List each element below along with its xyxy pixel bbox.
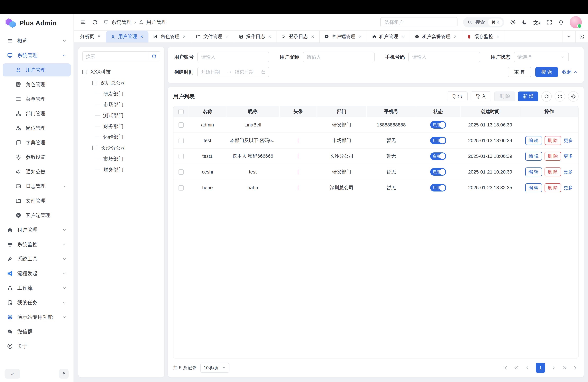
add-button[interactable]: 新 增 — [518, 91, 538, 101]
sidebar-item[interactable]: 概览 — [3, 34, 71, 47]
prev-page-icon[interactable] — [525, 365, 530, 371]
row-checkbox[interactable] — [179, 154, 184, 159]
tab[interactable]: 操作日志 — [234, 31, 277, 42]
tab[interactable]: 登录日志 — [277, 31, 320, 42]
tree-node-leaf[interactable]: 财务部门 — [95, 121, 160, 132]
tenant-select-input[interactable] — [380, 17, 458, 27]
tree-node-leaf[interactable]: 市场部门 — [95, 99, 160, 110]
dark-mode-moon-icon[interactable] — [522, 19, 528, 25]
export-button[interactable]: 导 出 — [447, 91, 468, 101]
sidebar-pin-button[interactable] — [59, 369, 69, 379]
sidebar-item[interactable]: 关于 — [3, 340, 71, 353]
tab-close-icon[interactable] — [225, 35, 229, 39]
collapse-box-icon[interactable] — [92, 146, 97, 150]
tab-close-icon[interactable] — [453, 35, 457, 39]
tab[interactable]: redis 缓存监控 — [462, 31, 505, 42]
row-checkbox[interactable] — [179, 122, 184, 127]
sidebar-item[interactable]: DEV 日志管理 — [3, 180, 71, 193]
sidebar-item[interactable]: 微信群 — [3, 325, 71, 338]
sidebar-item[interactable]: 流程发起 — [3, 267, 71, 280]
current-page[interactable]: 1 — [536, 363, 545, 373]
edit-button[interactable]: 编 辑 — [525, 183, 542, 192]
language-translate-icon[interactable]: 文A — [533, 19, 541, 26]
edit-button[interactable]: 编 辑 — [525, 152, 542, 161]
breadcrumb-item[interactable]: 用户管理 — [146, 19, 167, 26]
more-button[interactable]: 更多 — [564, 169, 573, 175]
tree-node-leaf[interactable]: 财务部门 — [95, 164, 160, 175]
tab[interactable]: 文件管理 — [191, 31, 234, 42]
sidebar-item[interactable]: 通知公告 — [3, 165, 71, 178]
sidebar-item[interactable]: 部门管理 — [3, 107, 71, 120]
sidebar-item[interactable]: 参数设置 — [3, 151, 71, 164]
tab-close-icon[interactable] — [140, 35, 144, 39]
tab-close-icon[interactable] — [182, 35, 186, 39]
row-delete-button[interactable]: 删 除 — [545, 183, 561, 192]
more-button[interactable]: 更多 — [564, 185, 573, 191]
tree-node-branch[interactable]: 长沙分公司 — [92, 143, 160, 154]
tree-search-input[interactable] — [83, 52, 148, 61]
sidebar-item[interactable]: 演示站专用功能 — [3, 311, 71, 324]
delete-button[interactable]: 删 除 — [494, 91, 515, 101]
status-toggle[interactable]: 启用 — [430, 152, 446, 160]
tab[interactable]: 用户管理 — [106, 31, 148, 42]
sidebar-item[interactable]: 菜单管理 — [3, 92, 71, 106]
fullscreen-icon[interactable] — [546, 19, 552, 25]
tree-node-leaf[interactable]: 测试部门 — [95, 110, 160, 121]
collapse-box-icon[interactable] — [92, 81, 97, 85]
row-checkbox[interactable] — [179, 138, 184, 143]
tab[interactable]: 角色管理 — [148, 31, 191, 42]
global-search[interactable]: 搜索 ⌘ K — [463, 17, 504, 27]
tree-node-leaf[interactable]: 研发部门 — [95, 88, 160, 99]
tree-refresh-icon[interactable] — [148, 52, 160, 61]
next-jump-icon[interactable] — [562, 365, 567, 371]
status-toggle[interactable]: 启用 — [430, 121, 446, 128]
status-toggle[interactable]: 启用 — [430, 184, 446, 191]
sidebar-item[interactable]: 系统工具 — [3, 253, 71, 266]
tab[interactable]: 租户管理 — [367, 31, 410, 42]
tab-close-icon[interactable] — [496, 35, 500, 39]
table-refresh-icon[interactable] — [541, 91, 552, 102]
tree-node-leaf[interactable]: 运维部门 — [95, 132, 160, 143]
tab-close-icon[interactable] — [268, 35, 272, 39]
reset-button[interactable]: 重 置 — [508, 67, 531, 77]
tab-close-icon[interactable] — [401, 35, 405, 39]
sidebar-item[interactable]: 客户端管理 — [3, 209, 71, 222]
breadcrumb-item[interactable]: 系统管理 — [111, 19, 132, 26]
edit-button[interactable]: 编 辑 — [525, 136, 542, 145]
table-settings-icon[interactable] — [568, 91, 579, 102]
tab-close-icon[interactable] — [358, 35, 362, 39]
user-avatar[interactable] — [570, 16, 582, 28]
sidebar-item[interactable]: 租户管理 — [3, 223, 71, 236]
sidebar-item[interactable]: 系统监控 — [3, 238, 71, 251]
row-delete-button[interactable]: 删 除 — [545, 168, 561, 176]
sidebar-item[interactable]: 字典管理 — [3, 136, 71, 149]
row-checkbox[interactable] — [179, 185, 184, 191]
sidebar-item[interactable]: 文件管理 — [3, 194, 71, 207]
last-page-icon[interactable] — [573, 365, 579, 371]
search-button[interactable]: 搜 索 — [535, 67, 558, 77]
first-page-icon[interactable] — [503, 365, 508, 371]
settings-gear-icon[interactable] — [510, 19, 516, 25]
tab[interactable]: 客户端管理 — [320, 31, 367, 42]
row-checkbox[interactable] — [179, 170, 184, 175]
edit-button[interactable]: 编 辑 — [525, 168, 542, 176]
sidebar-item[interactable]: 岗位管理 — [3, 122, 71, 135]
tree-node-root[interactable]: XXX科技 — [82, 66, 160, 77]
tree-node-branch[interactable]: 深圳总公司 — [92, 77, 160, 88]
page-size-select[interactable]: 10条/页 — [200, 363, 229, 373]
tab[interactable]: 分析页 — [75, 31, 106, 42]
content-fullscreen-icon[interactable] — [575, 31, 588, 42]
status-toggle[interactable]: 启用 — [430, 137, 446, 144]
select-all-checkbox[interactable] — [178, 109, 184, 114]
more-button[interactable]: 更多 — [564, 153, 573, 159]
row-delete-button[interactable]: 删 除 — [545, 136, 561, 145]
tab-list-chevron-icon[interactable] — [563, 31, 575, 42]
tab-close-icon[interactable] — [97, 35, 101, 39]
nickname-input[interactable] — [303, 52, 375, 62]
sidebar-item[interactable]: 系统管理 — [3, 49, 71, 62]
next-page-icon[interactable] — [551, 365, 556, 371]
collapse-box-icon[interactable] — [82, 70, 87, 74]
notification-bell-icon[interactable] — [558, 19, 564, 25]
collapse-filters-link[interactable]: 收起 — [562, 69, 578, 75]
table-expand-icon[interactable] — [555, 91, 565, 102]
